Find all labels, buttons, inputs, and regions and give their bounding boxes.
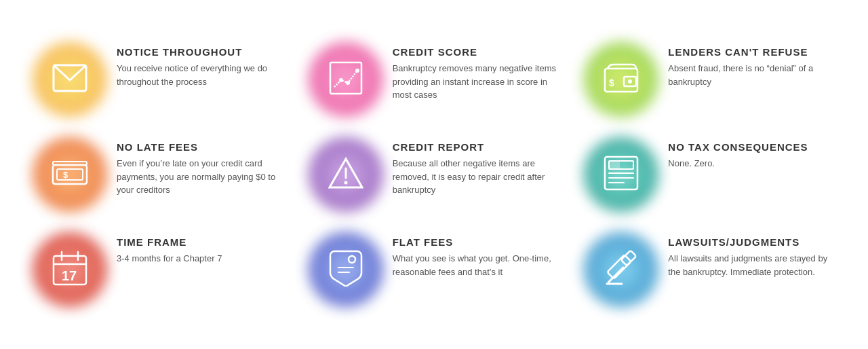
svg-rect-1 bbox=[330, 62, 361, 94]
title-notice-throughout: NOTICE THROUGHOUT bbox=[117, 46, 284, 58]
svg-rect-12 bbox=[53, 162, 87, 165]
card-time-frame: 17 TIME FRAME 3-4 months for a Chapter 7 bbox=[27, 225, 290, 314]
svg-point-2 bbox=[355, 69, 359, 73]
title-credit-score: CREDIT SCORE bbox=[393, 46, 560, 58]
card-credit-report: CREDIT REPORT Because all other negative… bbox=[303, 130, 566, 219]
title-no-tax: NO TAX CONSEQUENCES bbox=[668, 141, 808, 153]
warning-icon bbox=[328, 156, 363, 193]
svg-rect-9 bbox=[53, 165, 87, 184]
card-credit-score: CREDIT SCORE Bankruptcy removes many neg… bbox=[303, 35, 566, 124]
svg-text:$: $ bbox=[609, 77, 614, 88]
icon-wrap-no-tax bbox=[584, 137, 658, 212]
text-no-tax: NO TAX CONSEQUENCES None. Zero. bbox=[668, 137, 808, 170]
title-time-frame: TIME FRAME bbox=[117, 236, 222, 248]
text-lenders: LENDERS CAN'T REFUSE Absent fraud, there… bbox=[668, 42, 835, 88]
text-flat-fees: FLAT FEES What you see is what you get. … bbox=[393, 232, 560, 278]
title-no-late-fees: NO LATE FEES bbox=[117, 141, 284, 153]
desc-credit-report: Because all other negative items are rem… bbox=[393, 157, 560, 197]
svg-text:17: 17 bbox=[62, 268, 77, 283]
svg-point-4 bbox=[339, 78, 343, 82]
svg-rect-10 bbox=[57, 169, 83, 180]
icon-wrap-no-late-fees: $ bbox=[33, 137, 107, 212]
main-grid: NOTICE THROUGHOUT You receive notice of … bbox=[0, 22, 868, 327]
text-credit-report: CREDIT REPORT Because all other negative… bbox=[393, 137, 560, 197]
svg-text:$: $ bbox=[63, 170, 68, 180]
svg-rect-30 bbox=[608, 255, 631, 278]
icon-wrap-time-frame: 17 bbox=[33, 232, 107, 307]
title-lawsuits: LAWSUITS/JUDGMENTS bbox=[668, 236, 835, 248]
tag-icon bbox=[329, 250, 363, 289]
icon-wrap-notice-throughout bbox=[33, 42, 107, 117]
card-lawsuits: LAWSUITS/JUDGMENTS All lawsuits and judg… bbox=[578, 225, 841, 314]
gavel-icon bbox=[603, 250, 639, 289]
title-flat-fees: FLAT FEES bbox=[393, 236, 560, 248]
svg-point-7 bbox=[628, 79, 632, 84]
desc-lenders: Absent fraud, there is no “denial” of a … bbox=[668, 62, 835, 88]
svg-point-27 bbox=[349, 256, 355, 263]
wallet-icon: $ bbox=[604, 63, 639, 96]
desc-time-frame: 3-4 months for a Chapter 7 bbox=[117, 252, 222, 265]
card-lenders: $ LENDERS CAN'T REFUSE Absent fraud, the… bbox=[578, 35, 841, 124]
money-icon: $ bbox=[52, 158, 88, 191]
text-credit-score: CREDIT SCORE Bankruptcy removes many neg… bbox=[393, 42, 560, 102]
card-notice-throughout: NOTICE THROUGHOUT You receive notice of … bbox=[27, 35, 290, 124]
text-no-late-fees: NO LATE FEES Even if you’re late on your… bbox=[117, 137, 284, 197]
text-time-frame: TIME FRAME 3-4 months for a Chapter 7 bbox=[117, 232, 222, 265]
icon-wrap-credit-report bbox=[309, 137, 383, 212]
svg-point-15 bbox=[344, 181, 347, 185]
text-lawsuits: LAWSUITS/JUDGMENTS All lawsuits and judg… bbox=[668, 232, 835, 278]
newspaper-icon bbox=[604, 155, 639, 194]
desc-flat-fees: What you see is what you get. One-time, … bbox=[393, 252, 560, 278]
icon-wrap-lenders: $ bbox=[584, 42, 658, 117]
desc-credit-score: Bankruptcy removes many negative items p… bbox=[393, 62, 560, 102]
desc-lawsuits: All lawsuits and judgments are stayed by… bbox=[668, 252, 835, 278]
chart-icon bbox=[329, 61, 363, 98]
card-no-late-fees: $ NO LATE FEES Even if you’re late on yo… bbox=[27, 130, 290, 219]
title-credit-report: CREDIT REPORT bbox=[393, 141, 560, 153]
icon-wrap-credit-score bbox=[309, 42, 383, 117]
calendar-icon: 17 bbox=[52, 251, 87, 289]
card-flat-fees: FLAT FEES What you see is what you get. … bbox=[303, 225, 566, 314]
desc-no-late-fees: Even if you’re late on your credit card … bbox=[117, 157, 284, 197]
desc-notice-throughout: You receive notice of everything we do t… bbox=[117, 62, 284, 88]
text-notice-throughout: NOTICE THROUGHOUT You receive notice of … bbox=[117, 42, 284, 88]
envelope-icon bbox=[52, 64, 87, 95]
svg-rect-21 bbox=[609, 161, 620, 169]
desc-no-tax: None. Zero. bbox=[668, 157, 808, 170]
svg-point-3 bbox=[346, 81, 350, 85]
card-no-tax: NO TAX CONSEQUENCES None. Zero. bbox=[578, 130, 841, 219]
icon-wrap-flat-fees bbox=[309, 232, 383, 307]
icon-wrap-lawsuits bbox=[584, 232, 658, 307]
title-lenders: LENDERS CAN'T REFUSE bbox=[668, 46, 835, 58]
